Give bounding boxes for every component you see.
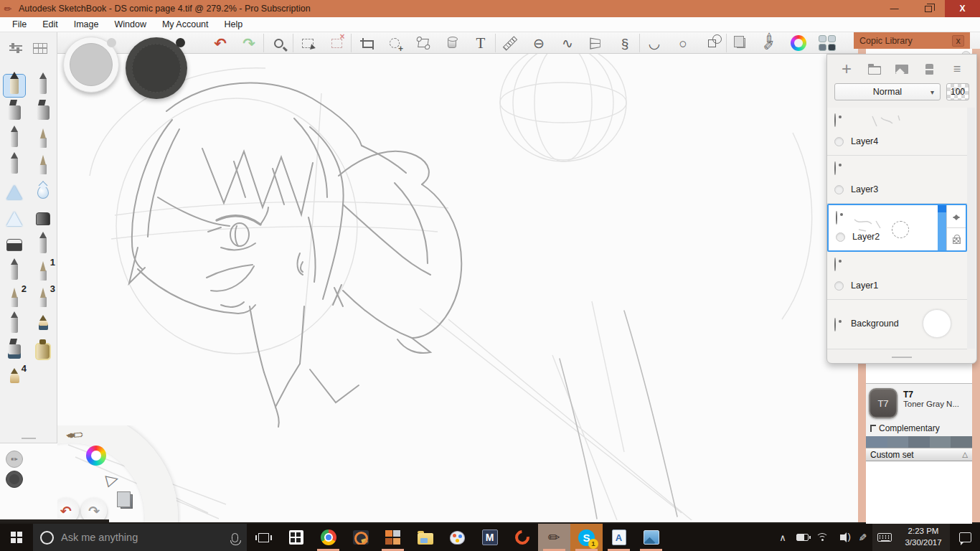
layer-reorder-button[interactable] (947, 205, 966, 228)
visibility-toggle[interactable] (834, 114, 836, 127)
layer-drag-bar[interactable] (938, 205, 946, 250)
copic-close-button[interactable]: x (952, 35, 964, 47)
tool-felt-pen[interactable] (0, 152, 29, 179)
tool-copic-marker-gold[interactable] (29, 338, 57, 364)
layer-row-layer4[interactable]: Layer4 (827, 108, 967, 156)
pen-settings-button[interactable]: ✎ (849, 527, 876, 547)
search-input[interactable] (61, 532, 232, 543)
start-button[interactable] (0, 524, 33, 551)
tool-flow-pen[interactable] (29, 152, 57, 179)
menu-my-account[interactable]: My Account (154, 19, 217, 29)
clock[interactable]: 2:23 PM 3/30/2017 (897, 524, 950, 551)
copic-complementary-row[interactable]: Complementary (866, 420, 972, 436)
layer-group-button[interactable] (865, 60, 884, 78)
tray-overflow-button[interactable]: ∧ (773, 524, 792, 551)
copic-marker-swatch[interactable]: T7 (869, 388, 897, 418)
swatch-2[interactable] (887, 436, 909, 448)
visibility-toggle[interactable] (834, 319, 836, 331)
taskbar-chrome[interactable] (312, 524, 344, 551)
menu-edit[interactable]: Edit (34, 19, 66, 29)
taskbar-movie-maker[interactable] (344, 524, 377, 551)
tool-airbrush[interactable] (29, 72, 57, 99)
copic-library-titlebar[interactable]: Copic Library x (854, 32, 970, 49)
lagoon-color-wheel-icon[interactable] (86, 446, 106, 466)
layer-select-radio[interactable] (834, 137, 844, 146)
brush-puck-handle[interactable] (107, 38, 116, 47)
layer-select-radio[interactable] (834, 281, 844, 291)
swatch-1[interactable] (866, 436, 887, 448)
crop-tool-button[interactable] (352, 33, 380, 53)
tool-chisel-tip[interactable] (0, 338, 29, 364)
layer-row-layer1[interactable]: Layer1 (827, 252, 967, 300)
visibility-toggle[interactable] (834, 258, 836, 271)
taskbar-medibang[interactable]: M (473, 524, 506, 551)
layer-opacity-field[interactable]: 100 (946, 83, 969, 100)
palette-resize-grip[interactable] (22, 438, 36, 439)
copic-library-button[interactable] (813, 33, 842, 53)
tool-stamp-pen[interactable] (0, 311, 29, 338)
tool-flat-marker[interactable] (29, 99, 57, 126)
background-color-swatch[interactable] (923, 309, 951, 338)
tool-bullet-marker[interactable] (0, 258, 29, 285)
touch-keyboard-button[interactable] (872, 524, 897, 551)
undo-button[interactable]: ↶ (206, 33, 235, 53)
import-image-button[interactable] (727, 33, 755, 53)
collapse-triangle-icon[interactable]: △ (962, 451, 968, 458)
brush-settings-icon[interactable] (9, 43, 22, 53)
tool-round-marker[interactable] (29, 311, 57, 338)
taskbar-origin[interactable] (506, 524, 538, 551)
taskbar-photos[interactable] (635, 524, 667, 551)
taskbar-skype[interactable]: S1 (570, 524, 603, 551)
shapes-tool-button[interactable] (697, 33, 726, 53)
drawing-canvas[interactable] (57, 54, 858, 520)
swatch-4[interactable] (930, 436, 951, 448)
tool-eraser[interactable] (29, 205, 57, 232)
color-puck-handle[interactable] (176, 38, 185, 47)
french-curve-button[interactable]: ∿ (553, 33, 582, 53)
fill-tool-button[interactable] (438, 33, 466, 53)
mini-color-puck[interactable] (6, 471, 23, 488)
menu-image[interactable]: Image (66, 19, 107, 29)
layer-lock-button[interactable] (947, 228, 966, 250)
tool-water-blend[interactable] (29, 179, 57, 205)
import-image-layer-button[interactable] (892, 60, 911, 78)
task-view-button[interactable] (247, 524, 280, 551)
minimize-button[interactable]: — (877, 0, 911, 17)
tool-technical-pen[interactable] (29, 232, 57, 258)
layers-menu-button[interactable]: ≡ (948, 60, 966, 78)
tool-eraser-hard[interactable] (0, 232, 29, 258)
battery-indicator[interactable] (792, 524, 812, 551)
taskbar-paint[interactable] (441, 524, 473, 551)
taskbar-sketchbook-active[interactable]: ✏ (538, 524, 570, 551)
copic-marker-row[interactable]: T7 T7 Toner Gray N... (866, 384, 972, 420)
visibility-toggle[interactable] (834, 162, 836, 175)
move-selection-button[interactable] (380, 33, 409, 53)
wifi-indicator[interactable] (812, 524, 832, 551)
layer-select-radio[interactable] (834, 185, 844, 194)
deselect-button[interactable] (322, 33, 351, 53)
menu-help[interactable]: Help (217, 19, 251, 29)
action-center-button[interactable] (950, 524, 980, 551)
tool-paintbrush[interactable] (29, 126, 57, 152)
add-layer-button[interactable]: + (837, 60, 856, 78)
blend-mode-dropdown[interactable]: Normal ▾ (834, 83, 941, 100)
ellipse-guide-button[interactable]: ⊖ (524, 33, 553, 53)
cortana-search-box[interactable] (33, 524, 247, 551)
color-puck[interactable] (126, 37, 187, 99)
swatch-5[interactable] (951, 436, 972, 448)
custom-set-header[interactable]: Custom set △ (866, 448, 972, 461)
tool-copic-brush-2[interactable]: 2 (0, 285, 29, 311)
brush-sets-icon[interactable] (33, 43, 47, 54)
brush-puck[interactable] (63, 37, 119, 93)
taskbar-store[interactable] (280, 524, 312, 551)
lagoon-layers-icon[interactable] (121, 494, 133, 509)
complementary-swatches[interactable] (866, 436, 972, 448)
layer-select-radio[interactable] (836, 232, 845, 242)
zoom-tool-button[interactable] (264, 33, 293, 53)
taskbar-text-app[interactable]: A (603, 524, 635, 551)
tool-copic-tip-4[interactable]: 4 (0, 364, 29, 391)
layer-row-background[interactable]: Background (827, 300, 967, 349)
taskbar-file-explorer[interactable] (409, 524, 441, 551)
ruler-tool-button[interactable] (496, 33, 524, 53)
tool-copic-brush-3[interactable]: 3 (29, 285, 57, 311)
